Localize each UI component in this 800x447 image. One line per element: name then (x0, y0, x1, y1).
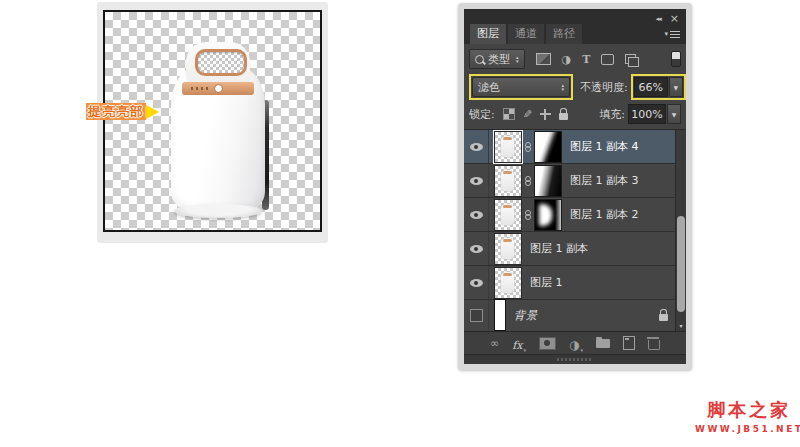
fill-value-field[interactable]: 100% (628, 104, 666, 124)
layer-row-layer1[interactable]: 图层 1 (464, 266, 686, 300)
layer-name: 图层 1 副本 2 (570, 207, 639, 222)
layer-thumbnail[interactable] (494, 131, 522, 163)
document-canvas-frame (97, 2, 328, 243)
add-layer-mask-icon[interactable] (539, 337, 556, 350)
filter-smart-objects-icon[interactable] (625, 54, 636, 64)
opacity-value-field[interactable]: 66% (634, 77, 668, 97)
layer-row-copy4[interactable]: 图层 1 副本 4 (464, 130, 686, 164)
combo-down-icon: ▾ (561, 87, 564, 91)
thumbnail-product (501, 136, 514, 157)
opacity-label: 不透明度: (580, 80, 628, 95)
mask-link-icon (525, 176, 531, 186)
combo-down-icon: ▾ (516, 59, 519, 63)
blend-mode-value: 滤色 (478, 80, 500, 95)
eye-icon (470, 177, 483, 185)
mask-link-icon (525, 210, 531, 220)
visibility-toggle[interactable] (464, 232, 489, 265)
layer-thumbnail[interactable] (494, 233, 522, 265)
screenshot-root: 提亮亮部 ◂◂ × 图层 通道 路径 ▾ (0, 0, 800, 447)
layer-row-copy2[interactable]: 图层 1 副本 2 (464, 198, 686, 232)
lock-all-icon[interactable] (559, 113, 568, 120)
lock-pixels-icon[interactable]: ✎ (523, 108, 532, 121)
new-layer-icon[interactable] (623, 336, 635, 350)
link-layers-icon[interactable]: ∞ (490, 337, 499, 350)
layer-thumbnail[interactable] (494, 199, 522, 231)
panel-menu-arrow-icon: ▾ (664, 30, 668, 38)
lock-fill-row: 锁定: ✎ 填充: 100% ▼ (469, 104, 681, 124)
filter-toggle-icon[interactable] (671, 51, 681, 67)
layer-row-copy3[interactable]: 图层 1 副本 3 (464, 164, 686, 198)
adjustment-layer-button[interactable]: ◑▾ (569, 334, 583, 353)
blend-mode-highlight: 滤色 ▴ ▾ (469, 74, 573, 100)
eye-icon (470, 143, 483, 151)
thumbnail-product (501, 272, 514, 293)
visibility-toggle[interactable] (464, 300, 489, 330)
visibility-toggle[interactable] (464, 130, 489, 163)
layer-row-copy1[interactable]: 图层 1 副本 (464, 232, 686, 266)
layer-name: 图层 1 (530, 275, 563, 290)
air-purifier-control-strip (182, 82, 254, 95)
scrollbar-thumb[interactable] (677, 216, 685, 312)
filter-kind-icons: ◑ T (536, 51, 681, 67)
eye-icon (470, 211, 483, 219)
document-canvas[interactable] (103, 10, 322, 232)
layer-thumbnail[interactable] (494, 267, 522, 299)
layer-mask-thumbnail[interactable] (534, 131, 562, 163)
opacity-highlight: 66% ▼ (631, 74, 686, 100)
thumbnail-product (501, 204, 514, 225)
air-purifier-base (174, 204, 262, 218)
new-group-icon[interactable] (596, 339, 610, 348)
lock-position-icon[interactable] (540, 109, 551, 120)
annotation-arrow-icon (146, 105, 159, 119)
close-panel-icon[interactable]: × (670, 14, 679, 23)
filter-type-dropdown[interactable]: 类型 ▴ ▾ (469, 49, 525, 69)
tab-channels[interactable]: 通道 (508, 24, 544, 44)
annotation-label: 提亮亮部 (86, 103, 146, 120)
tab-layers[interactable]: 图层 (470, 24, 506, 44)
layers-panel-body: ◂◂ × 图层 通道 路径 ▾ 类型 (464, 9, 686, 364)
visibility-toggle[interactable] (464, 164, 489, 197)
layer-thumbnail[interactable] (494, 299, 506, 331)
background-lock-icon (659, 314, 668, 321)
air-purifier-indicator-dots (191, 87, 209, 90)
tab-paths[interactable]: 路径 (546, 24, 582, 44)
filter-shape-layers-icon[interactable] (601, 54, 614, 65)
filter-pixel-layers-icon[interactable] (536, 53, 551, 65)
layer-style-button[interactable]: fx▾ (512, 334, 526, 353)
layer-mask-thumbnail[interactable] (534, 199, 562, 231)
panel-menu-bars-icon (670, 31, 680, 38)
layer-mask-thumbnail[interactable] (534, 165, 562, 197)
visibility-toggle[interactable] (464, 198, 489, 231)
delete-layer-icon[interactable] (648, 340, 660, 350)
panel-menu-icon[interactable]: ▾ (664, 30, 680, 38)
layer-row-background[interactable]: 背景 (464, 300, 686, 330)
scrollbar[interactable]: ▾ (675, 130, 686, 331)
air-purifier-handle-hole (195, 49, 247, 76)
fx-icon: fx (512, 339, 522, 352)
combo-arrows-icon: ▴ ▾ (561, 83, 564, 91)
opacity-dropdown-icon[interactable]: ▼ (669, 77, 683, 97)
collapse-panel-icon[interactable]: ◂◂ (656, 15, 661, 23)
watermark: 脚本之家 WWW.JB51.NET (695, 398, 800, 434)
filter-type-layers-icon[interactable]: T (582, 53, 590, 66)
air-purifier-handle (186, 42, 250, 86)
panel-content: 类型 ▴ ▾ ◑ T (464, 44, 686, 364)
panel-resize-grip[interactable] (464, 354, 686, 364)
fill-dropdown-icon[interactable]: ▼ (667, 104, 681, 124)
visibility-toggle[interactable] (464, 266, 489, 299)
search-icon (475, 55, 484, 64)
mask-link-icon (525, 142, 531, 152)
layers-panel: ◂◂ × 图层 通道 路径 ▾ 类型 (458, 3, 692, 370)
lock-transparency-icon[interactable] (503, 108, 515, 120)
scrollbar-down-icon[interactable]: ▾ (676, 320, 686, 331)
layer-thumbnail[interactable] (494, 165, 522, 197)
layers-panel-toolbar: ∞ fx▾ ◑▾ (464, 331, 686, 354)
air-purifier-power-button (214, 84, 223, 93)
blend-mode-dropdown[interactable]: 滤色 ▴ ▾ (472, 77, 570, 97)
annotation-callout: 提亮亮部 (86, 103, 159, 120)
visibility-checkbox-empty (470, 309, 483, 322)
layer-name: 背景 (514, 308, 538, 323)
layer-name: 图层 1 副本 3 (570, 173, 639, 188)
filter-adjustment-layers-icon[interactable]: ◑ (562, 53, 572, 66)
layer-filter-row: 类型 ▴ ▾ ◑ T (469, 49, 681, 69)
